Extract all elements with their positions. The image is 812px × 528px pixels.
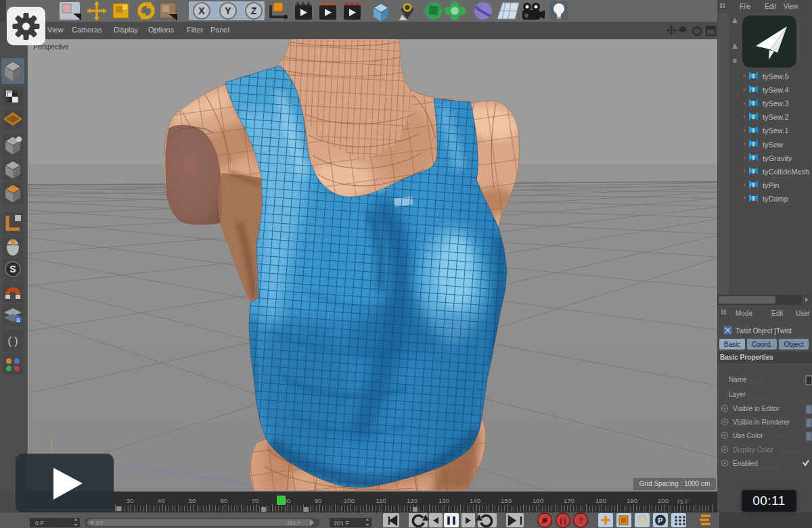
svg-text:tyGravity: tyGravity [763, 154, 792, 162]
svg-text:( ): ( ) [560, 517, 566, 525]
svg-text:View: View [784, 3, 798, 10]
svg-text:Basic: Basic [724, 341, 740, 348]
svg-text:Visible in Renderer: Visible in Renderer [733, 418, 790, 426]
svg-text:. . . . . .: . . . . . . [769, 433, 785, 439]
svg-text:. . . . . .: . . . . . . [762, 461, 778, 467]
svg-text:( ): ( ) [7, 335, 18, 347]
svg-text:. . . . . .: . . . . . . [782, 448, 798, 454]
svg-text:0 F: 0 F [35, 520, 45, 527]
svg-text:?: ? [579, 517, 583, 525]
svg-text:tyCollideMesh: tyCollideMesh [763, 168, 809, 176]
svg-text:Y: Y [225, 5, 231, 16]
svg-text:tySew.1: tySew.1 [763, 126, 789, 135]
svg-text:Coord.: Coord. [752, 341, 772, 348]
svg-text:tySew.3: tySew.3 [763, 99, 789, 107]
svg-text:Twist Object [Twist: Twist Object [Twist [736, 327, 792, 335]
svg-text:tyDamp: tyDamp [763, 195, 788, 203]
svg-text:Visible in Editor: Visible in Editor [733, 405, 780, 412]
svg-text:Mode: Mode [736, 310, 752, 317]
svg-text:X: X [198, 5, 205, 16]
svg-text:201 F: 201 F [334, 520, 350, 527]
svg-text:tyPin: tyPin [763, 181, 779, 189]
svg-text:. . . . . .: . . . . . . [751, 392, 767, 398]
svg-text:User: User [796, 310, 811, 317]
svg-text:File: File [740, 3, 751, 10]
svg-text:B: B [16, 317, 20, 323]
svg-text:S: S [9, 264, 16, 274]
svg-text:201 F: 201 F [287, 520, 301, 526]
svg-text:tySew.2: tySew.2 [763, 113, 789, 121]
svg-text:Object: Object [784, 341, 804, 348]
svg-text:tySew.5: tySew.5 [763, 72, 789, 80]
svg-text:Use Color: Use Color [733, 432, 763, 439]
svg-text:Name: Name [729, 376, 747, 383]
svg-text:Enabled: Enabled [733, 460, 758, 467]
svg-text:P: P [658, 517, 662, 525]
svg-text:. . . . . .: . . . . . . [748, 377, 764, 383]
svg-text:tySew.4: tySew.4 [763, 86, 789, 94]
svg-text:Display Color: Display Color [733, 446, 773, 454]
svg-text:tySew: tySew [763, 141, 783, 149]
svg-text:Basic Properties: Basic Properties [720, 354, 773, 361]
svg-text:0 F: 0 F [96, 520, 104, 526]
svg-text:Z: Z [251, 5, 257, 16]
svg-text:Edit: Edit [765, 3, 776, 10]
svg-text:Layer: Layer [729, 391, 746, 398]
svg-text:Edit: Edit [771, 310, 783, 317]
